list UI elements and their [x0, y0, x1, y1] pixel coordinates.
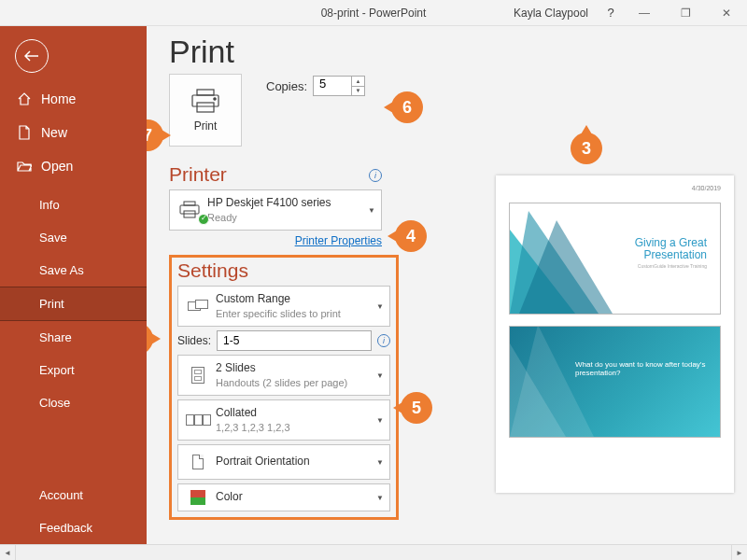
two-slides-icon	[191, 367, 204, 384]
settings-section-title: Settings	[177, 259, 390, 282]
restore-button[interactable]: ❐	[667, 0, 704, 26]
sidebar-item-close[interactable]: Close	[0, 386, 147, 419]
sidebar-item-home[interactable]: Home	[0, 82, 147, 116]
slide-graphic	[510, 326, 622, 437]
slides-range-icon	[188, 300, 208, 313]
sidebar-item-label: Info	[39, 198, 60, 212]
slide-graphic	[510, 203, 622, 314]
copies-input[interactable]: 5 ▲▼	[313, 76, 365, 96]
chevron-down-icon: ▼	[368, 206, 375, 215]
sidebar-item-label: Save As	[39, 263, 84, 277]
minimize-button[interactable]: —	[626, 0, 663, 26]
sidebar-item-label: Share	[39, 330, 72, 344]
color-icon	[190, 490, 205, 505]
horizontal-scrollbar[interactable]: ◄ ►	[0, 544, 747, 560]
printer-section-title: Printer	[169, 163, 389, 186]
collate-dropdown[interactable]: Collated 1,2,3 1,2,3 1,2,3 ▼	[177, 399, 390, 441]
scroll-right-button[interactable]: ►	[731, 545, 747, 560]
sidebar-item-new[interactable]: New	[0, 116, 147, 149]
printer-status: Ready	[207, 211, 362, 224]
callout-4: 4	[395, 220, 427, 252]
open-icon	[17, 159, 32, 174]
slides-input[interactable]	[217, 330, 372, 351]
svg-rect-0	[197, 90, 214, 95]
home-icon	[17, 91, 32, 106]
print-button[interactable]: Print	[169, 74, 242, 147]
spin-down[interactable]: ▼	[352, 87, 364, 96]
svg-rect-2	[197, 103, 214, 112]
copies-value: 5	[319, 77, 326, 91]
print-button-label: Print	[194, 119, 218, 133]
callout-6: 6	[391, 91, 423, 123]
slide2-text: What do you want to know after today's p…	[575, 360, 707, 377]
collate-icon	[186, 414, 211, 426]
sidebar-item-open[interactable]: Open	[0, 149, 147, 183]
sidebar-item-label: Account	[39, 488, 83, 502]
titlebar: 08-print - PowerPoint Kayla Claypool ? —…	[0, 0, 747, 26]
sidebar-item-feedback[interactable]: Feedback	[0, 511, 147, 544]
sidebar-item-info[interactable]: Info	[0, 189, 147, 221]
sidebar-item-print[interactable]: Print	[0, 287, 147, 321]
close-button[interactable]: ✕	[708, 0, 745, 26]
svg-rect-4	[184, 202, 195, 205]
sidebar-item-label: Feedback	[39, 521, 92, 535]
sidebar-item-saveas[interactable]: Save As	[0, 254, 147, 287]
callout-2: 2	[147, 323, 153, 355]
collate-title: Collated	[216, 406, 371, 421]
svg-point-3	[214, 98, 216, 100]
sidebar-item-export[interactable]: Export	[0, 354, 147, 386]
info-icon[interactable]: i	[377, 334, 390, 347]
callout-7: 7	[147, 119, 163, 151]
collate-sub: 1,2,3 1,2,3 1,2,3	[216, 421, 371, 434]
print-panel: Print Print Copies: 5 ▲▼ i Printer	[147, 26, 747, 544]
new-icon	[17, 125, 32, 140]
preview-slide-1: Giving a Great Presentation CustomGuide …	[509, 203, 721, 315]
settings-section: Settings Custom Range Enter specific sli…	[169, 255, 399, 520]
portrait-icon	[192, 455, 204, 469]
color-dropdown[interactable]: Color ▼	[177, 483, 390, 511]
preview-slide-2: What do you want to know after today's p…	[509, 326, 721, 438]
chevron-down-icon: ▼	[376, 371, 384, 380]
print-preview: 4/30/2019 Giving a Great Presentation Cu…	[496, 175, 734, 493]
document-title: 08-print - PowerPoint	[321, 7, 427, 20]
chevron-down-icon: ▼	[376, 458, 384, 467]
chevron-down-icon: ▼	[376, 494, 384, 502]
orientation-dropdown[interactable]: Portrait Orientation ▼	[177, 444, 390, 480]
sidebar-item-label: Open	[41, 159, 73, 174]
range-title: Custom Range	[216, 292, 371, 307]
copies-label: Copies:	[266, 79, 307, 93]
sidebar-item-label: Export	[39, 363, 75, 377]
info-icon[interactable]: i	[369, 169, 382, 182]
sidebar-item-label: New	[41, 125, 67, 140]
printer-dropdown[interactable]: HP Deskjet F4100 series Ready ▼	[169, 189, 382, 231]
layout-sub: Handouts (2 slides per page)	[216, 376, 371, 389]
printer-icon	[189, 88, 222, 114]
sidebar: Home New Open Info Save Save As Print Sh…	[0, 26, 147, 544]
sidebar-item-label: Save	[39, 231, 67, 245]
status-ready-icon	[198, 214, 209, 225]
print-range-dropdown[interactable]: Custom Range Enter specific slides to pr…	[177, 286, 390, 327]
chevron-down-icon: ▼	[376, 416, 384, 425]
svg-rect-1	[192, 95, 218, 106]
back-button[interactable]	[15, 39, 49, 73]
spin-up[interactable]: ▲	[352, 77, 364, 87]
sidebar-item-save[interactable]: Save	[0, 221, 147, 254]
scroll-left-button[interactable]: ◄	[0, 545, 16, 560]
sidebar-item-label: Close	[39, 396, 70, 410]
printer-properties-link[interactable]: Printer Properties	[169, 234, 382, 247]
sidebar-item-label: Print	[39, 297, 64, 311]
slide1-sub: CustomGuide Interactive Training	[635, 263, 707, 269]
help-button[interactable]: ?	[599, 6, 622, 20]
chevron-down-icon: ▼	[376, 302, 384, 311]
color-title: Color	[216, 490, 371, 505]
sidebar-item-share[interactable]: Share	[0, 321, 147, 354]
printer-name: HP Deskjet F4100 series	[207, 196, 362, 211]
orientation-title: Portrait Orientation	[216, 455, 371, 469]
callout-3: 3	[571, 133, 602, 164]
slide1-title-l2: Presentation	[635, 249, 707, 261]
callout-5: 5	[401, 392, 432, 424]
sidebar-item-account[interactable]: Account	[0, 479, 147, 511]
layout-dropdown[interactable]: 2 Slides Handouts (2 slides per page) ▼	[177, 355, 390, 396]
copies-spinner[interactable]: ▲▼	[351, 77, 364, 95]
svg-rect-5	[180, 205, 199, 214]
